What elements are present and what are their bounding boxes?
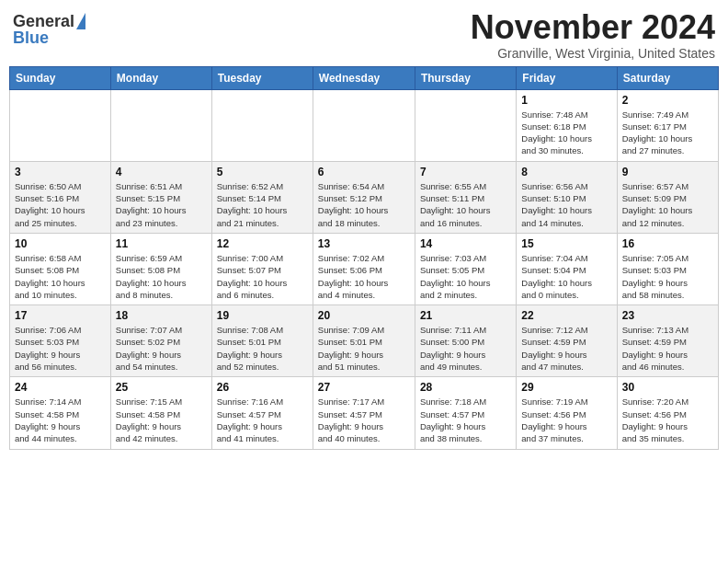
title-section: November 2024 Granville, West Virginia, … bbox=[471, 9, 715, 61]
calendar-cell: 9Sunrise: 6:57 AM Sunset: 5:09 PM Daylig… bbox=[617, 161, 718, 233]
calendar-cell: 1Sunrise: 7:48 AM Sunset: 6:18 PM Daylig… bbox=[517, 89, 617, 161]
day-info: Sunrise: 6:50 AM Sunset: 5:16 PM Dayligh… bbox=[15, 180, 106, 229]
calendar-cell: 25Sunrise: 7:15 AM Sunset: 4:58 PM Dayli… bbox=[110, 377, 211, 449]
logo: General Blue bbox=[13, 9, 85, 46]
calendar-table: SundayMondayTuesdayWednesdayThursdayFrid… bbox=[9, 66, 719, 450]
day-info: Sunrise: 7:17 AM Sunset: 4:57 PM Dayligh… bbox=[318, 396, 410, 444]
day-number: 1 bbox=[521, 94, 611, 107]
day-number: 24 bbox=[15, 381, 106, 394]
day-info: Sunrise: 7:07 AM Sunset: 5:02 PM Dayligh… bbox=[116, 324, 207, 373]
day-number: 6 bbox=[318, 166, 410, 178]
weekday-header-monday: Monday bbox=[110, 66, 211, 89]
day-info: Sunrise: 7:11 AM Sunset: 5:00 PM Dayligh… bbox=[420, 324, 511, 373]
day-number: 11 bbox=[116, 237, 207, 250]
day-info: Sunrise: 7:18 AM Sunset: 4:57 PM Dayligh… bbox=[420, 396, 511, 444]
calendar-week-row: 3Sunrise: 6:50 AM Sunset: 5:16 PM Daylig… bbox=[10, 161, 719, 233]
day-number: 19 bbox=[217, 309, 308, 322]
calendar-cell: 15Sunrise: 7:04 AM Sunset: 5:04 PM Dayli… bbox=[517, 233, 617, 304]
day-info: Sunrise: 7:49 AM Sunset: 6:17 PM Dayligh… bbox=[622, 109, 713, 157]
calendar-cell bbox=[415, 89, 516, 161]
day-info: Sunrise: 7:13 AM Sunset: 4:59 PM Dayligh… bbox=[622, 324, 713, 373]
day-number: 16 bbox=[622, 237, 713, 250]
month-title: November 2024 bbox=[471, 9, 715, 46]
day-number: 26 bbox=[217, 381, 308, 394]
weekday-header-sunday: Sunday bbox=[10, 66, 111, 89]
weekday-header-thursday: Thursday bbox=[415, 66, 516, 89]
calendar-cell: 4Sunrise: 6:51 AM Sunset: 5:15 PM Daylig… bbox=[110, 161, 211, 233]
calendar-cell: 23Sunrise: 7:13 AM Sunset: 4:59 PM Dayli… bbox=[617, 305, 718, 377]
calendar-cell: 14Sunrise: 7:03 AM Sunset: 5:05 PM Dayli… bbox=[415, 233, 516, 304]
day-number: 7 bbox=[420, 166, 511, 178]
day-number: 4 bbox=[116, 166, 207, 178]
day-number: 17 bbox=[15, 309, 106, 322]
calendar-cell: 7Sunrise: 6:55 AM Sunset: 5:11 PM Daylig… bbox=[415, 161, 516, 233]
day-info: Sunrise: 7:03 AM Sunset: 5:05 PM Dayligh… bbox=[420, 252, 511, 301]
calendar-cell: 2Sunrise: 7:49 AM Sunset: 6:17 PM Daylig… bbox=[617, 89, 718, 161]
calendar-week-row: 24Sunrise: 7:14 AM Sunset: 4:58 PM Dayli… bbox=[10, 377, 719, 449]
day-number: 8 bbox=[521, 166, 611, 178]
day-info: Sunrise: 7:20 AM Sunset: 4:56 PM Dayligh… bbox=[622, 396, 713, 444]
day-number: 2 bbox=[622, 94, 713, 107]
day-info: Sunrise: 7:48 AM Sunset: 6:18 PM Dayligh… bbox=[521, 109, 611, 157]
calendar-cell: 3Sunrise: 6:50 AM Sunset: 5:16 PM Daylig… bbox=[10, 161, 111, 233]
day-number: 20 bbox=[318, 309, 410, 322]
calendar-cell bbox=[211, 89, 313, 161]
calendar-cell: 13Sunrise: 7:02 AM Sunset: 5:06 PM Dayli… bbox=[313, 233, 415, 304]
day-number: 18 bbox=[116, 309, 207, 322]
calendar-cell: 26Sunrise: 7:16 AM Sunset: 4:57 PM Dayli… bbox=[211, 377, 313, 449]
day-number: 14 bbox=[420, 237, 511, 250]
calendar-cell bbox=[110, 89, 211, 161]
weekday-header-row: SundayMondayTuesdayWednesdayThursdayFrid… bbox=[10, 66, 719, 89]
calendar-cell: 29Sunrise: 7:19 AM Sunset: 4:56 PM Dayli… bbox=[517, 377, 617, 449]
day-info: Sunrise: 7:15 AM Sunset: 4:58 PM Dayligh… bbox=[116, 396, 207, 444]
logo-general-text: General bbox=[13, 13, 74, 29]
calendar-cell: 22Sunrise: 7:12 AM Sunset: 4:59 PM Dayli… bbox=[517, 305, 617, 377]
day-info: Sunrise: 7:12 AM Sunset: 4:59 PM Dayligh… bbox=[521, 324, 611, 373]
calendar-cell: 10Sunrise: 6:58 AM Sunset: 5:08 PM Dayli… bbox=[10, 233, 111, 304]
calendar-cell: 19Sunrise: 7:08 AM Sunset: 5:01 PM Dayli… bbox=[211, 305, 313, 377]
calendar-cell: 11Sunrise: 6:59 AM Sunset: 5:08 PM Dayli… bbox=[110, 233, 211, 304]
day-number: 25 bbox=[116, 381, 207, 394]
day-number: 23 bbox=[622, 309, 713, 322]
weekday-header-friday: Friday bbox=[517, 66, 617, 89]
calendar-cell: 21Sunrise: 7:11 AM Sunset: 5:00 PM Dayli… bbox=[415, 305, 516, 377]
weekday-header-saturday: Saturday bbox=[617, 66, 718, 89]
day-number: 27 bbox=[318, 381, 410, 394]
day-info: Sunrise: 7:08 AM Sunset: 5:01 PM Dayligh… bbox=[217, 324, 308, 373]
calendar-cell: 30Sunrise: 7:20 AM Sunset: 4:56 PM Dayli… bbox=[617, 377, 718, 449]
day-info: Sunrise: 7:04 AM Sunset: 5:04 PM Dayligh… bbox=[521, 252, 611, 301]
calendar-cell: 17Sunrise: 7:06 AM Sunset: 5:03 PM Dayli… bbox=[10, 305, 111, 377]
calendar-cell: 18Sunrise: 7:07 AM Sunset: 5:02 PM Dayli… bbox=[110, 305, 211, 377]
day-info: Sunrise: 7:14 AM Sunset: 4:58 PM Dayligh… bbox=[15, 396, 106, 444]
day-info: Sunrise: 6:55 AM Sunset: 5:11 PM Dayligh… bbox=[420, 180, 511, 229]
day-info: Sunrise: 7:19 AM Sunset: 4:56 PM Dayligh… bbox=[521, 396, 611, 444]
day-info: Sunrise: 6:52 AM Sunset: 5:14 PM Dayligh… bbox=[217, 180, 308, 229]
day-number: 28 bbox=[420, 381, 511, 394]
day-number: 29 bbox=[521, 381, 611, 394]
day-number: 12 bbox=[217, 237, 308, 250]
logo-triangle-icon bbox=[76, 13, 85, 29]
day-info: Sunrise: 6:59 AM Sunset: 5:08 PM Dayligh… bbox=[116, 252, 207, 301]
calendar-cell: 20Sunrise: 7:09 AM Sunset: 5:01 PM Dayli… bbox=[313, 305, 415, 377]
calendar-cell bbox=[313, 89, 415, 161]
calendar-cell: 12Sunrise: 7:00 AM Sunset: 5:07 PM Dayli… bbox=[211, 233, 313, 304]
day-number: 22 bbox=[521, 309, 611, 322]
logo-blue-text: Blue bbox=[13, 29, 49, 46]
day-info: Sunrise: 7:06 AM Sunset: 5:03 PM Dayligh… bbox=[15, 324, 106, 373]
location-title: Granville, West Virginia, United States bbox=[471, 46, 715, 61]
day-info: Sunrise: 7:16 AM Sunset: 4:57 PM Dayligh… bbox=[217, 396, 308, 444]
day-number: 10 bbox=[15, 237, 106, 250]
day-number: 30 bbox=[622, 381, 713, 394]
day-info: Sunrise: 7:02 AM Sunset: 5:06 PM Dayligh… bbox=[318, 252, 410, 301]
day-number: 9 bbox=[622, 166, 713, 178]
calendar-cell: 5Sunrise: 6:52 AM Sunset: 5:14 PM Daylig… bbox=[211, 161, 313, 233]
day-info: Sunrise: 6:51 AM Sunset: 5:15 PM Dayligh… bbox=[116, 180, 207, 229]
day-number: 21 bbox=[420, 309, 511, 322]
day-info: Sunrise: 7:09 AM Sunset: 5:01 PM Dayligh… bbox=[318, 324, 410, 373]
calendar-cell: 24Sunrise: 7:14 AM Sunset: 4:58 PM Dayli… bbox=[10, 377, 111, 449]
day-info: Sunrise: 6:57 AM Sunset: 5:09 PM Dayligh… bbox=[622, 180, 713, 229]
calendar-cell: 6Sunrise: 6:54 AM Sunset: 5:12 PM Daylig… bbox=[313, 161, 415, 233]
calendar-week-row: 17Sunrise: 7:06 AM Sunset: 5:03 PM Dayli… bbox=[10, 305, 719, 377]
calendar-week-row: 1Sunrise: 7:48 AM Sunset: 6:18 PM Daylig… bbox=[10, 89, 719, 161]
day-info: Sunrise: 6:54 AM Sunset: 5:12 PM Dayligh… bbox=[318, 180, 410, 229]
